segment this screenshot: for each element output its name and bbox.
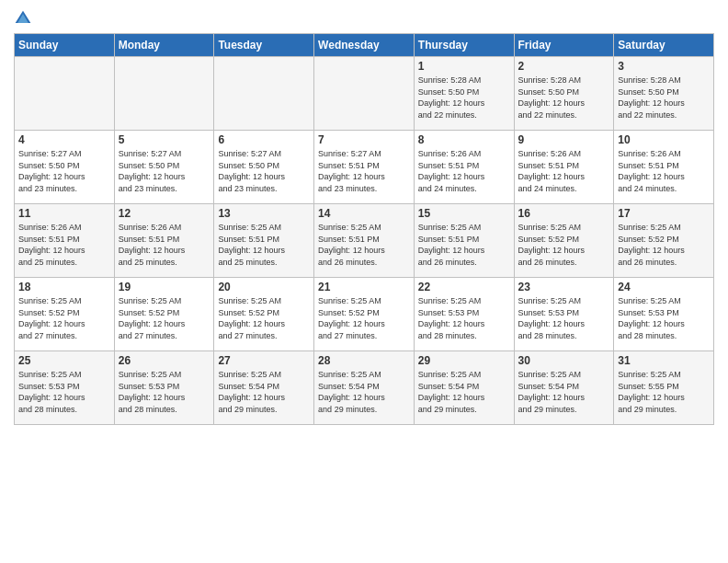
day-info: Sunrise: 5:25 AMSunset: 5:52 PMDaylight:… bbox=[618, 222, 710, 268]
day-info: Sunrise: 5:25 AMSunset: 5:55 PMDaylight:… bbox=[618, 369, 710, 415]
day-number: 22 bbox=[418, 281, 510, 293]
week-row-4: 18Sunrise: 5:25 AMSunset: 5:52 PMDayligh… bbox=[15, 278, 714, 351]
day-number: 31 bbox=[618, 354, 710, 367]
calendar-cell: 27Sunrise: 5:25 AMSunset: 5:54 PMDayligh… bbox=[214, 351, 314, 425]
calendar-cell bbox=[314, 57, 415, 131]
day-info: Sunrise: 5:25 AMSunset: 5:52 PMDaylight:… bbox=[119, 295, 210, 341]
calendar-cell bbox=[15, 57, 115, 131]
calendar-cell: 22Sunrise: 5:25 AMSunset: 5:53 PMDayligh… bbox=[414, 278, 514, 351]
day-number: 12 bbox=[119, 207, 210, 220]
calendar-cell: 31Sunrise: 5:25 AMSunset: 5:55 PMDayligh… bbox=[614, 351, 714, 425]
calendar-cell: 20Sunrise: 5:25 AMSunset: 5:52 PMDayligh… bbox=[214, 278, 314, 351]
calendar-cell: 21Sunrise: 5:25 AMSunset: 5:52 PMDayligh… bbox=[314, 278, 415, 351]
calendar-cell: 9Sunrise: 5:26 AMSunset: 5:51 PMDaylight… bbox=[514, 131, 614, 204]
day-info: Sunrise: 5:25 AMSunset: 5:53 PMDaylight:… bbox=[119, 369, 210, 415]
day-info: Sunrise: 5:25 AMSunset: 5:51 PMDaylight:… bbox=[318, 222, 410, 268]
calendar-cell: 26Sunrise: 5:25 AMSunset: 5:53 PMDayligh… bbox=[114, 351, 214, 425]
day-info: Sunrise: 5:25 AMSunset: 5:53 PMDaylight:… bbox=[618, 295, 710, 341]
day-number: 18 bbox=[18, 281, 110, 293]
day-number: 21 bbox=[318, 281, 410, 293]
day-number: 17 bbox=[618, 207, 710, 220]
day-number: 14 bbox=[318, 207, 410, 220]
calendar-cell: 6Sunrise: 5:27 AMSunset: 5:50 PMDaylight… bbox=[214, 131, 314, 204]
day-number: 25 bbox=[18, 354, 110, 367]
calendar-cell: 8Sunrise: 5:26 AMSunset: 5:51 PMDaylight… bbox=[414, 131, 514, 204]
calendar-cell: 28Sunrise: 5:25 AMSunset: 5:54 PMDayligh… bbox=[314, 351, 415, 425]
calendar-cell: 13Sunrise: 5:25 AMSunset: 5:51 PMDayligh… bbox=[214, 204, 314, 278]
day-number: 28 bbox=[318, 354, 410, 367]
day-info: Sunrise: 5:25 AMSunset: 5:52 PMDaylight:… bbox=[18, 295, 110, 341]
day-info: Sunrise: 5:25 AMSunset: 5:52 PMDaylight:… bbox=[318, 295, 410, 341]
day-number: 5 bbox=[119, 133, 210, 146]
day-info: Sunrise: 5:26 AMSunset: 5:51 PMDaylight:… bbox=[618, 148, 710, 194]
day-info: Sunrise: 5:25 AMSunset: 5:52 PMDaylight:… bbox=[518, 222, 610, 268]
day-info: Sunrise: 5:26 AMSunset: 5:51 PMDaylight:… bbox=[119, 222, 210, 268]
calendar-cell: 7Sunrise: 5:27 AMSunset: 5:51 PMDaylight… bbox=[314, 131, 415, 204]
day-info: Sunrise: 5:27 AMSunset: 5:50 PMDaylight:… bbox=[18, 148, 110, 194]
day-info: Sunrise: 5:28 AMSunset: 5:50 PMDaylight:… bbox=[518, 75, 610, 121]
day-number: 4 bbox=[18, 133, 110, 146]
calendar-cell: 4Sunrise: 5:27 AMSunset: 5:50 PMDaylight… bbox=[15, 131, 115, 204]
day-info: Sunrise: 5:25 AMSunset: 5:51 PMDaylight:… bbox=[418, 222, 510, 268]
day-info: Sunrise: 5:26 AMSunset: 5:51 PMDaylight:… bbox=[18, 222, 110, 268]
day-info: Sunrise: 5:25 AMSunset: 5:51 PMDaylight:… bbox=[218, 222, 310, 268]
calendar-cell: 25Sunrise: 5:25 AMSunset: 5:53 PMDayligh… bbox=[15, 351, 115, 425]
day-number: 29 bbox=[418, 354, 510, 367]
day-number: 3 bbox=[618, 60, 710, 73]
day-info: Sunrise: 5:27 AMSunset: 5:50 PMDaylight:… bbox=[119, 148, 210, 194]
calendar-cell: 17Sunrise: 5:25 AMSunset: 5:52 PMDayligh… bbox=[614, 204, 714, 278]
calendar-cell: 10Sunrise: 5:26 AMSunset: 5:51 PMDayligh… bbox=[614, 131, 714, 204]
week-row-5: 25Sunrise: 5:25 AMSunset: 5:53 PMDayligh… bbox=[15, 351, 714, 425]
calendar-cell: 29Sunrise: 5:25 AMSunset: 5:54 PMDayligh… bbox=[414, 351, 514, 425]
calendar-cell: 3Sunrise: 5:28 AMSunset: 5:50 PMDaylight… bbox=[614, 57, 714, 131]
column-header-tuesday: Tuesday bbox=[214, 34, 314, 57]
calendar-cell: 15Sunrise: 5:25 AMSunset: 5:51 PMDayligh… bbox=[414, 204, 514, 278]
column-header-wednesday: Wednesday bbox=[314, 34, 415, 57]
column-header-sunday: Sunday bbox=[15, 34, 115, 57]
column-header-friday: Friday bbox=[514, 34, 614, 57]
day-info: Sunrise: 5:28 AMSunset: 5:50 PMDaylight:… bbox=[618, 75, 710, 121]
day-info: Sunrise: 5:25 AMSunset: 5:53 PMDaylight:… bbox=[418, 295, 510, 341]
logo-icon bbox=[14, 9, 32, 28]
day-info: Sunrise: 5:27 AMSunset: 5:51 PMDaylight:… bbox=[318, 148, 410, 194]
calendar-cell: 18Sunrise: 5:25 AMSunset: 5:52 PMDayligh… bbox=[15, 278, 115, 351]
calendar-cell: 1Sunrise: 5:28 AMSunset: 5:50 PMDaylight… bbox=[414, 57, 514, 131]
week-row-2: 4Sunrise: 5:27 AMSunset: 5:50 PMDaylight… bbox=[15, 131, 714, 204]
day-number: 1 bbox=[418, 60, 510, 73]
day-number: 7 bbox=[318, 133, 410, 146]
day-info: Sunrise: 5:28 AMSunset: 5:50 PMDaylight:… bbox=[418, 75, 510, 121]
calendar-cell: 2Sunrise: 5:28 AMSunset: 5:50 PMDaylight… bbox=[514, 57, 614, 131]
day-number: 13 bbox=[218, 207, 310, 220]
calendar-table: SundayMondayTuesdayWednesdayThursdayFrid… bbox=[14, 33, 714, 425]
calendar-cell bbox=[214, 57, 314, 131]
day-number: 26 bbox=[119, 354, 210, 367]
calendar-cell: 14Sunrise: 5:25 AMSunset: 5:51 PMDayligh… bbox=[314, 204, 415, 278]
day-info: Sunrise: 5:25 AMSunset: 5:53 PMDaylight:… bbox=[18, 369, 110, 415]
day-number: 11 bbox=[18, 207, 110, 220]
day-info: Sunrise: 5:25 AMSunset: 5:52 PMDaylight:… bbox=[218, 295, 310, 341]
calendar-cell: 23Sunrise: 5:25 AMSunset: 5:53 PMDayligh… bbox=[514, 278, 614, 351]
day-number: 9 bbox=[518, 133, 610, 146]
header-row: SundayMondayTuesdayWednesdayThursdayFrid… bbox=[15, 34, 714, 57]
week-row-3: 11Sunrise: 5:26 AMSunset: 5:51 PMDayligh… bbox=[15, 204, 714, 278]
day-info: Sunrise: 5:25 AMSunset: 5:54 PMDaylight:… bbox=[218, 369, 310, 415]
week-row-1: 1Sunrise: 5:28 AMSunset: 5:50 PMDaylight… bbox=[15, 57, 714, 131]
day-number: 27 bbox=[218, 354, 310, 367]
day-number: 19 bbox=[119, 281, 210, 293]
day-number: 16 bbox=[518, 207, 610, 220]
day-number: 20 bbox=[218, 281, 310, 293]
calendar-cell: 5Sunrise: 5:27 AMSunset: 5:50 PMDaylight… bbox=[114, 131, 214, 204]
calendar-cell: 24Sunrise: 5:25 AMSunset: 5:53 PMDayligh… bbox=[614, 278, 714, 351]
day-info: Sunrise: 5:25 AMSunset: 5:54 PMDaylight:… bbox=[318, 369, 410, 415]
column-header-monday: Monday bbox=[114, 34, 214, 57]
day-info: Sunrise: 5:27 AMSunset: 5:50 PMDaylight:… bbox=[218, 148, 310, 194]
calendar-cell: 12Sunrise: 5:26 AMSunset: 5:51 PMDayligh… bbox=[114, 204, 214, 278]
calendar-cell: 16Sunrise: 5:25 AMSunset: 5:52 PMDayligh… bbox=[514, 204, 614, 278]
calendar-cell bbox=[114, 57, 214, 131]
day-number: 15 bbox=[418, 207, 510, 220]
logo bbox=[14, 9, 36, 28]
day-number: 2 bbox=[518, 60, 610, 73]
page-header bbox=[14, 9, 714, 28]
day-number: 30 bbox=[518, 354, 610, 367]
day-info: Sunrise: 5:25 AMSunset: 5:54 PMDaylight:… bbox=[418, 369, 510, 415]
